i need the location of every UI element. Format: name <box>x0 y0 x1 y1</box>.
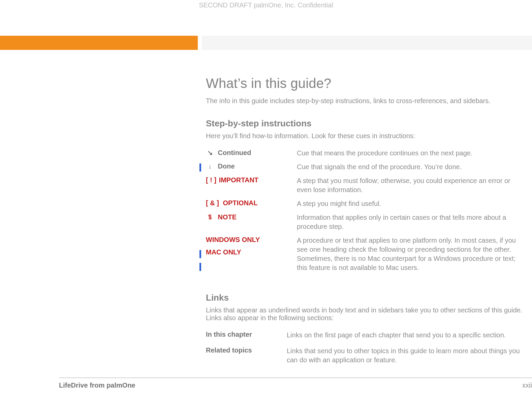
cue-label: MAC ONLY <box>206 248 297 256</box>
links-row: In this chapter Links on the first page … <box>206 331 523 346</box>
cue-label: WINDOWS ONLY <box>206 236 297 244</box>
section-heading-steps: Step-by-step instructions <box>206 118 523 129</box>
page-title: What’s in this guide? <box>206 76 523 91</box>
page-intro: The info in this guide includes step-by-… <box>206 97 523 105</box>
links-row: Related topics Links that send you to ot… <box>206 346 523 371</box>
optional-icon: [ & ] <box>206 199 219 207</box>
cue-desc: A procedure or text that applies to one … <box>297 236 523 277</box>
main-content: What’s in this guide? The info in this g… <box>206 76 523 371</box>
links-desc: Links that send you to other topics in t… <box>287 346 523 371</box>
cue-desc: Cue that means the procedure continues o… <box>297 149 523 162</box>
change-bar-icon <box>199 250 201 258</box>
cue-label: Done <box>218 162 235 170</box>
links-intro: Links that appear as underlined words in… <box>206 306 523 322</box>
cue-row: [ ! ] IMPORTANT A step that you must fol… <box>206 176 523 199</box>
change-bar-icon <box>199 263 201 271</box>
links-table: In this chapter Links on the first page … <box>206 331 523 371</box>
links-label: Related topics <box>206 346 287 371</box>
cue-desc: Information that applies only in certain… <box>297 213 523 236</box>
footer-rule <box>59 377 532 378</box>
footer-page-number: xxii <box>522 381 532 389</box>
continued-arrow-icon: ↘ <box>206 149 214 157</box>
confidential-header: SECOND DRAFT palmOne, Inc. Confidential <box>0 1 532 9</box>
important-icon: [ ! ] <box>206 176 216 184</box>
cue-desc: Cue that signals the end of the procedur… <box>297 162 523 176</box>
change-bar-icon <box>199 163 201 172</box>
cue-label: OPTIONAL <box>223 199 257 207</box>
cue-row: ⥮ NOTE Information that applies only in … <box>206 213 523 236</box>
header-accent-gray <box>202 36 532 50</box>
note-icon: ⥮ <box>206 213 214 221</box>
footer-product: LifeDrive from palmOne <box>59 381 135 389</box>
section-heading-links: Links <box>206 293 523 303</box>
cue-row: ↓ Done Cue that signals the end of the p… <box>206 162 523 176</box>
cue-table: ↘ Continued Cue that means the procedure… <box>206 149 523 277</box>
done-arrow-icon: ↓ <box>206 162 214 170</box>
cue-desc: A step you might find useful. <box>297 199 523 213</box>
cue-row: ↘ Continued Cue that means the procedure… <box>206 149 523 162</box>
links-desc: Links on the first page of each chapter … <box>287 331 523 346</box>
cue-row: [ & ] OPTIONAL A step you might find use… <box>206 199 523 213</box>
header-accent-orange <box>0 36 198 50</box>
cue-label: Continued <box>218 149 251 156</box>
cue-label: IMPORTANT <box>219 176 258 184</box>
cue-label: NOTE <box>218 213 237 221</box>
steps-intro: Here you’ll find how-to information. Loo… <box>206 132 523 140</box>
cue-desc: A step that you must follow; otherwise, … <box>297 176 523 199</box>
links-label: In this chapter <box>206 331 287 346</box>
cue-row: WINDOWS ONLY MAC ONLY A procedure or tex… <box>206 236 523 277</box>
